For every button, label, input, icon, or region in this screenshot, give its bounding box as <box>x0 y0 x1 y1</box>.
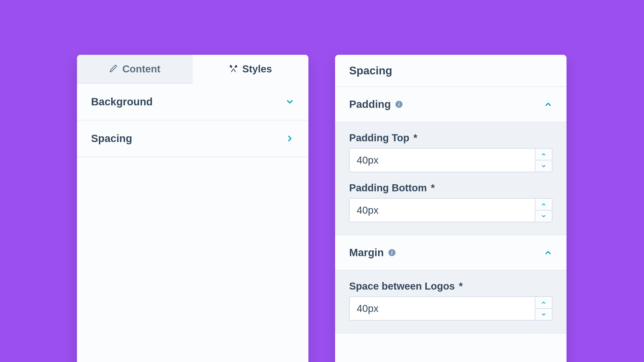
tab-content[interactable]: Content <box>77 55 193 84</box>
chevron-up-icon <box>544 100 552 109</box>
required-star: * <box>431 182 435 194</box>
stepper-up-button[interactable] <box>535 149 552 160</box>
padding-section-title: Padding <box>349 98 391 110</box>
spacing-row[interactable]: Spacing <box>77 120 308 157</box>
margin-fields: Space between Logos * <box>335 270 567 334</box>
info-icon[interactable]: i <box>395 101 403 108</box>
padding-section-header[interactable]: Padding i <box>335 87 567 122</box>
padding-bottom-input[interactable] <box>349 198 535 222</box>
chevron-up-icon <box>544 248 552 257</box>
tab-styles[interactable]: Styles <box>193 55 308 84</box>
styles-panel: Content Styles Background Spacing <box>77 55 308 362</box>
margin-section-title: Margin <box>349 247 384 259</box>
tab-styles-label: Styles <box>242 63 272 75</box>
stepper-up-button[interactable] <box>535 199 552 210</box>
chevron-down-icon <box>285 97 294 106</box>
margin-section-header[interactable]: Margin i <box>335 235 567 270</box>
padding-bottom-field: Padding Bottom * <box>349 182 552 222</box>
background-label: Background <box>91 96 153 108</box>
pencil-icon <box>109 64 118 74</box>
padding-top-field: Padding Top * <box>349 132 552 172</box>
stepper-up-button[interactable] <box>535 297 552 309</box>
space-between-logos-field: Space between Logos * <box>349 281 552 321</box>
space-between-logos-input[interactable] <box>349 296 535 321</box>
padding-top-input[interactable] <box>349 148 535 172</box>
stepper-down-button[interactable] <box>535 160 552 172</box>
padding-top-label: Padding Top <box>349 132 409 144</box>
space-between-logos-stepper <box>535 296 552 321</box>
detail-title: Spacing <box>349 64 552 77</box>
stepper-down-button[interactable] <box>535 210 552 222</box>
empty-area <box>335 334 567 362</box>
chevron-right-icon <box>285 134 294 143</box>
required-star: * <box>459 281 463 292</box>
spacing-label: Spacing <box>91 132 132 145</box>
tab-content-label: Content <box>122 63 160 75</box>
background-row[interactable]: Background <box>77 84 308 120</box>
padding-bottom-label: Padding Bottom <box>349 182 427 194</box>
info-icon[interactable]: i <box>388 249 395 256</box>
tools-icon <box>229 64 238 74</box>
stepper-down-button[interactable] <box>535 309 552 320</box>
space-between-logos-label: Space between Logos <box>349 281 455 292</box>
detail-header: Spacing <box>335 55 567 87</box>
padding-fields: Padding Top * <box>335 122 567 235</box>
tabs: Content Styles <box>77 55 308 84</box>
required-star: * <box>413 132 417 144</box>
padding-top-stepper <box>535 148 552 172</box>
padding-bottom-stepper <box>535 198 552 222</box>
spacing-detail-panel: Spacing Padding i Padding Top * <box>335 55 567 362</box>
